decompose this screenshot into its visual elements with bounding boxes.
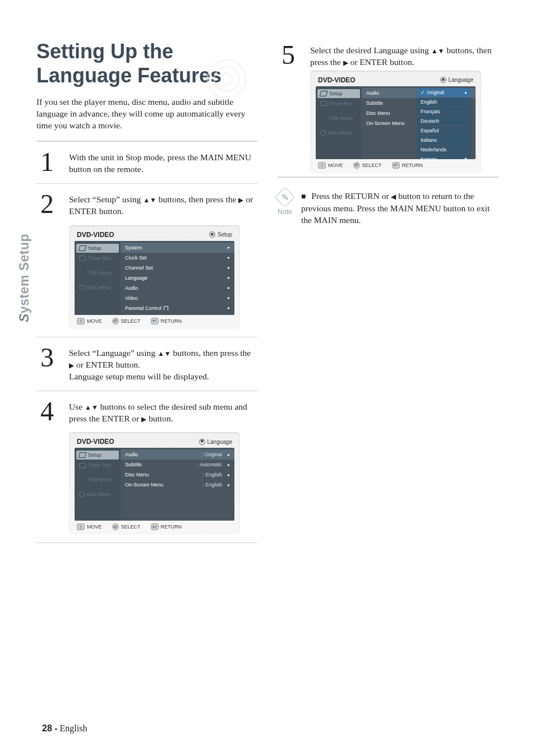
osd-product: DVD-VIDEO bbox=[77, 231, 114, 239]
step-3: 3 Select “Language” using buttons, then … bbox=[36, 345, 257, 383]
col-right: 5 Select the desired Language using butt… bbox=[278, 39, 499, 551]
gear-icon: ✱ bbox=[199, 439, 205, 445]
osd-value: : Original bbox=[202, 452, 228, 457]
osd-option: Español bbox=[421, 128, 439, 133]
title-line1: Setting Up the bbox=[36, 40, 173, 63]
osd-value: : English bbox=[202, 482, 228, 488]
note: ✎ Note ■ Press the RETURN or button to r… bbox=[278, 190, 499, 226]
osd-option: Original bbox=[427, 90, 444, 95]
up-icon bbox=[85, 402, 91, 411]
chevron-right-icon: ▸ bbox=[228, 472, 230, 477]
up-icon bbox=[143, 194, 150, 204]
step-5-post: or ENTER button. bbox=[348, 57, 414, 67]
step-3-num: 3 bbox=[36, 345, 58, 383]
osd-item: Language bbox=[125, 275, 147, 281]
divider bbox=[36, 542, 257, 543]
osd-value: : English bbox=[202, 472, 228, 477]
osd-option: English bbox=[421, 99, 437, 105]
step-1: 1 With the unit in Stop mode, press the … bbox=[36, 150, 257, 175]
osd-list: Audio: Original▸ Subtitle: Automatic▸ Di… bbox=[121, 448, 234, 521]
osd-value: : Automatic bbox=[197, 462, 228, 467]
osd-product: DVD-VIDEO bbox=[318, 76, 356, 84]
chevron-right-icon: ▸ bbox=[228, 483, 230, 488]
up-arrow-icon: ▲ bbox=[464, 90, 468, 94]
swirl-icon bbox=[207, 59, 246, 99]
osd-option: Français bbox=[421, 109, 440, 114]
step-4-text: Use buttons to select the desired sub me… bbox=[69, 399, 257, 425]
chevron-right-icon: ▸ bbox=[228, 245, 230, 250]
step-3-pre: Select “Language” using bbox=[69, 348, 158, 358]
note-text: ■ Press the RETURN or button to return t… bbox=[301, 190, 499, 226]
up-icon bbox=[158, 348, 164, 358]
right-icon bbox=[343, 57, 348, 67]
down-icon bbox=[438, 45, 445, 55]
osd-right-label: Language bbox=[449, 77, 474, 83]
nav-disc: Disc Menu bbox=[76, 283, 119, 292]
chevron-right-icon: ▸ bbox=[228, 275, 230, 280]
osd-footer: ↕MOVE ⏎SELECT ↩RETURN bbox=[75, 315, 234, 324]
note-label: Note bbox=[278, 208, 292, 216]
step-2-num: 2 bbox=[36, 192, 58, 217]
osd-item: Disc Menu bbox=[366, 110, 390, 116]
step-2-mid: buttons, then press the bbox=[156, 194, 238, 204]
note-icon: ✎ bbox=[275, 187, 296, 207]
step-5-num: 5 bbox=[278, 43, 299, 68]
chevron-right-icon: ▸ bbox=[228, 295, 230, 300]
osd-item: Audio bbox=[125, 285, 138, 291]
side-tab: System Setup bbox=[17, 234, 32, 322]
chevron-right-icon: ▸ bbox=[228, 305, 230, 310]
osd-option: Italiano bbox=[421, 137, 437, 143]
nav-disc: Disc Menu bbox=[76, 490, 119, 499]
osd-nav: Setup Timer Rec. Title Menu Disc Menu bbox=[75, 448, 121, 521]
side-tab-rest: ystem Setup bbox=[17, 234, 31, 313]
osd-options-dropdown: ✓Original▲ English Français Deutsch Espa… bbox=[417, 88, 471, 159]
osd-item: Subtitle bbox=[125, 462, 142, 467]
osd-item: Clock Set bbox=[125, 255, 147, 261]
divider bbox=[36, 183, 257, 184]
move-icon: ↕ bbox=[77, 318, 85, 324]
osd-option: Korean bbox=[421, 156, 437, 159]
nav-title: Title Menu bbox=[317, 109, 360, 127]
osd-right-label: Language bbox=[207, 439, 233, 445]
page-title: Setting Up the Language Features bbox=[36, 39, 257, 87]
nav-setup: Setup bbox=[317, 89, 360, 98]
select-icon: ⏎ bbox=[112, 318, 119, 324]
title-line2: Language Features bbox=[36, 64, 222, 87]
page-number: 28 - bbox=[42, 723, 58, 733]
nav-disc: Disc Menu bbox=[317, 128, 360, 137]
osd-item: Channel Set bbox=[125, 265, 153, 271]
chevron-right-icon: ▸ bbox=[228, 285, 230, 290]
page-lang: English bbox=[60, 723, 87, 733]
osd-footer: ↕MOVE ⏎SELECT ↩RETURN bbox=[316, 159, 476, 169]
osd-list: System▸ Clock Set▸ Channel Set▸ Language… bbox=[121, 241, 234, 315]
chevron-right-icon: ▸ bbox=[228, 255, 230, 260]
down-icon bbox=[164, 348, 171, 358]
osd-item: System bbox=[125, 245, 142, 251]
down-arrow-icon: ▼ bbox=[464, 157, 468, 159]
divider bbox=[278, 177, 499, 178]
up-icon bbox=[431, 45, 438, 55]
osd-setup-screenshot: DVD-VIDEO ✱Setup Setup Timer Rec. Title … bbox=[69, 225, 240, 329]
osd-footer: ↕MOVE ⏎SELECT ↩RETURN bbox=[75, 521, 234, 530]
right-icon bbox=[141, 414, 146, 423]
check-icon: ✓ bbox=[421, 90, 425, 95]
step-5-text: Select the desired Language using button… bbox=[310, 43, 499, 68]
page-footer: 28 - English bbox=[42, 723, 87, 734]
osd-option: Deutsch bbox=[421, 118, 439, 124]
step-2-pre: Select “Setup” using bbox=[69, 194, 143, 204]
osd-language-screenshot: DVD-VIDEO ✱Language Setup Timer Rec. Tit… bbox=[69, 432, 240, 535]
return-icon: ↩ bbox=[151, 318, 159, 324]
nav-title: Title Menu bbox=[76, 471, 119, 489]
nav-timer: Timer Rec. bbox=[76, 461, 119, 470]
down-icon bbox=[91, 402, 98, 411]
nav-title: Title Menu bbox=[76, 264, 119, 282]
step-1-text: With the unit in Stop mode, press the MA… bbox=[69, 150, 257, 175]
step-4: 4 Use buttons to select the desired sub … bbox=[36, 399, 257, 425]
osd-item: Audio bbox=[366, 90, 379, 96]
chevron-right-icon: ▸ bbox=[228, 265, 230, 270]
divider bbox=[36, 141, 257, 142]
step-4-num: 4 bbox=[36, 399, 58, 425]
nav-timer: Timer Rec. bbox=[317, 99, 360, 108]
right-icon bbox=[238, 194, 243, 204]
osd-item: Video bbox=[125, 295, 138, 301]
